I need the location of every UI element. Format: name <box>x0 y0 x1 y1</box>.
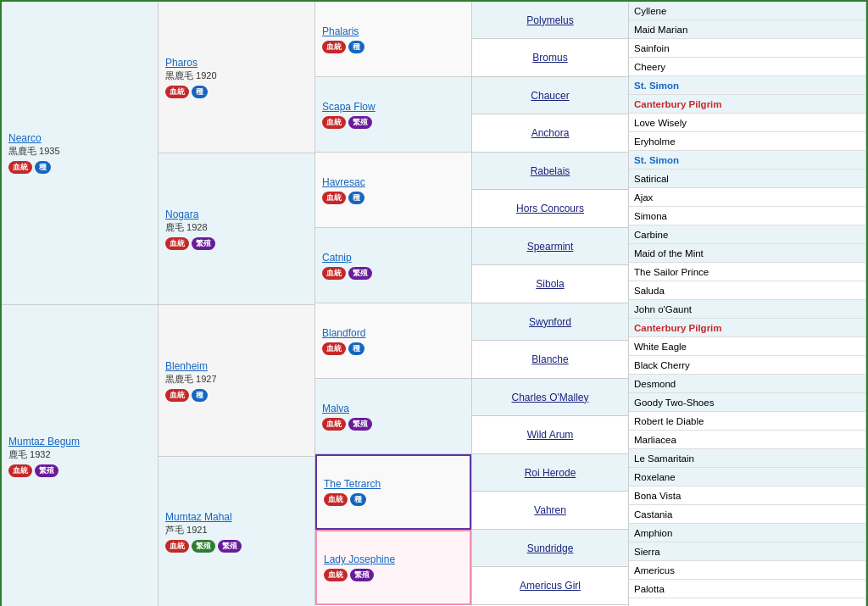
blandford-link[interactable]: Blandford <box>322 327 465 339</box>
mumtaz-begum-badges: 血統 繁殖 <box>8 464 151 477</box>
col5-text-2: Sainfoin <box>634 43 670 53</box>
swynford-link[interactable]: Swynford <box>529 316 571 328</box>
mumtaz-begum-badge-blood: 血統 <box>8 464 32 477</box>
blanche-link[interactable]: Blanche <box>531 353 568 365</box>
malva-badges: 血統 繁殖 <box>322 418 465 431</box>
col5-item-20: Desmond <box>629 375 865 393</box>
mumtaz-begum-badge-breed: 繁殖 <box>35 464 58 477</box>
catnip-cell: Catnip 血統 繁殖 <box>315 228 471 303</box>
charles-omalley-link[interactable]: Charles O'Malley <box>512 392 589 403</box>
catnip-link[interactable]: Catnip <box>322 252 465 264</box>
col5-text-1: Maid Marian <box>634 25 687 35</box>
mumtaz-mahal-badge-2: 繁殖 <box>192 540 215 553</box>
blenheim-link[interactable]: Blenheim <box>165 360 308 372</box>
the-tetrarch-link[interactable]: The Tetrarch <box>324 478 463 490</box>
col5-item-19: Black Cherry <box>629 356 865 375</box>
americus-girl-cell: Americus Girl <box>472 567 628 605</box>
nogara-badge-breed: 繁殖 <box>192 237 215 250</box>
col5-item-17: Canterbury Pilgrim <box>629 319 865 337</box>
lady-josephine-link[interactable]: Lady Josephine <box>324 553 463 565</box>
hors-concours-link[interactable]: Hors Concours <box>516 203 584 214</box>
phalaris-badges: 血統 種 <box>322 41 465 53</box>
havresac-link[interactable]: Havresac <box>322 176 465 188</box>
col5-text-3: Cheery <box>634 62 665 72</box>
col5-text-29: Sierra <box>634 547 660 557</box>
nearco-badge-blood: 血統 <box>8 161 32 174</box>
lady-josephine-badges: 血統 繁殖 <box>324 569 463 581</box>
the-tetrarch-cell: The Tetrarch 血統 種 <box>315 454 471 530</box>
col5-text-9: Satirical <box>634 174 669 184</box>
col5-text-0: Cyllene <box>634 6 666 16</box>
sundridge-link[interactable]: Sundridge <box>527 542 574 554</box>
col5-item-5: Canterbury Pilgrim <box>629 95 865 114</box>
col5-text-6: Love Wisely <box>634 118 687 128</box>
rabelais-cell: Rabelais <box>472 153 628 190</box>
havresac-badge-blood: 血統 <box>322 192 346 204</box>
blandford-badge-sire: 種 <box>348 342 364 355</box>
rabelais-link[interactable]: Rabelais <box>531 165 570 177</box>
chaucer-link[interactable]: Chaucer <box>531 90 569 102</box>
phalaris-cell: Phalaris 血統 種 <box>315 2 471 77</box>
mumtaz-begum-link[interactable]: Mumtaz Begum <box>8 436 151 448</box>
col5-item-29: Sierra <box>629 542 865 561</box>
pharos-badges: 血統 種 <box>165 86 308 98</box>
roi-herode-link[interactable]: Roi Herode <box>525 467 576 479</box>
col5-text-14: The Sailor Prince <box>634 267 709 277</box>
bromus-link[interactable]: Bromus <box>532 52 567 64</box>
phalaris-link[interactable]: Phalaris <box>322 25 465 37</box>
mumtaz-mahal-link[interactable]: Mumtaz Mahal <box>165 511 308 523</box>
sibola-link[interactable]: Sibola <box>536 278 564 290</box>
col5-text-12: Carbine <box>634 230 668 240</box>
col5-text-28: Amphion <box>634 528 672 538</box>
malva-badge-blood: 血統 <box>322 418 346 431</box>
anchora-link[interactable]: Anchora <box>531 127 570 139</box>
phalaris-badge-sire: 種 <box>348 41 364 53</box>
col5-text-11: Simona <box>634 211 667 221</box>
vahren-link[interactable]: Vahren <box>534 504 566 516</box>
blenheim-badge-sire: 種 <box>192 389 208 402</box>
col5-text-22: Robert le Diable <box>634 416 704 426</box>
col5-item-7: Eryholme <box>629 132 865 151</box>
vahren-cell: Vahren <box>472 492 628 530</box>
col-generation-3: Phalaris 血統 種 Scapa Flow 血統 繁殖 Havresac … <box>315 2 472 606</box>
lady-josephine-badge-breed: 繁殖 <box>350 569 374 581</box>
nearco-link[interactable]: Nearco <box>8 132 151 144</box>
blenheim-cell: Blenheim 黒鹿毛 1927 血統 種 <box>159 305 314 457</box>
spearmint-cell: Spearmint <box>472 228 628 265</box>
mumtaz-begum-sub: 鹿毛 1932 <box>8 448 151 461</box>
col5-item-24: Le Samaritain <box>629 449 865 468</box>
pharos-link[interactable]: Pharos <box>165 57 308 69</box>
col5-item-1: Maid Marian <box>629 20 865 39</box>
mumtaz-mahal-sub: 芦毛 1921 <box>165 524 308 537</box>
col5-text-25: Roxelane <box>634 472 676 482</box>
col5-text-19: Black Cherry <box>634 360 690 370</box>
col5-item-18: White Eagle <box>629 337 865 356</box>
col5-text-31: Palotta <box>634 584 665 594</box>
mumtaz-mahal-badge-blood: 血統 <box>165 540 189 553</box>
nearco-sub: 黒鹿毛 1935 <box>8 145 151 158</box>
polymelus-cell: Polymelus <box>472 2 628 39</box>
catnip-badge-blood: 血統 <box>322 267 346 280</box>
nogara-link[interactable]: Nogara <box>165 208 308 220</box>
hors-concours-cell: Hors Concours <box>472 190 628 228</box>
col5-text-4: St. Simon <box>634 81 679 91</box>
catnip-badge-breed: 繁殖 <box>348 267 372 280</box>
americus-girl-link[interactable]: Americus Girl <box>520 580 581 592</box>
col5-item-25: Roxelane <box>629 468 865 486</box>
col5-item-13: Maid of the Mint <box>629 244 865 263</box>
the-tetrarch-badge-sire: 種 <box>350 493 366 506</box>
pedigree-table: Nearco 黒鹿毛 1935 血統 種 Mumtaz Begum 鹿毛 193… <box>0 0 868 606</box>
wild-arum-link[interactable]: Wild Arum <box>527 429 574 441</box>
scapa-flow-link[interactable]: Scapa Flow <box>322 101 465 113</box>
spearmint-link[interactable]: Spearmint <box>527 241 574 253</box>
mumtaz-mahal-badge-breed: 繁殖 <box>218 540 242 553</box>
polymelus-link[interactable]: Polymelus <box>526 14 573 26</box>
col5-item-23: Marliacea <box>629 431 865 449</box>
lady-josephine-badge-blood: 血統 <box>324 569 348 581</box>
scapa-flow-badges: 血統 繁殖 <box>322 116 465 129</box>
malva-link[interactable]: Malva <box>322 403 465 414</box>
col5-text-26: Bona Vista <box>634 491 681 501</box>
col5-text-10: Ajax <box>634 192 653 203</box>
col5-item-31: Palotta <box>629 580 865 598</box>
col5-text-21: Goody Two-Shoes <box>634 398 714 408</box>
